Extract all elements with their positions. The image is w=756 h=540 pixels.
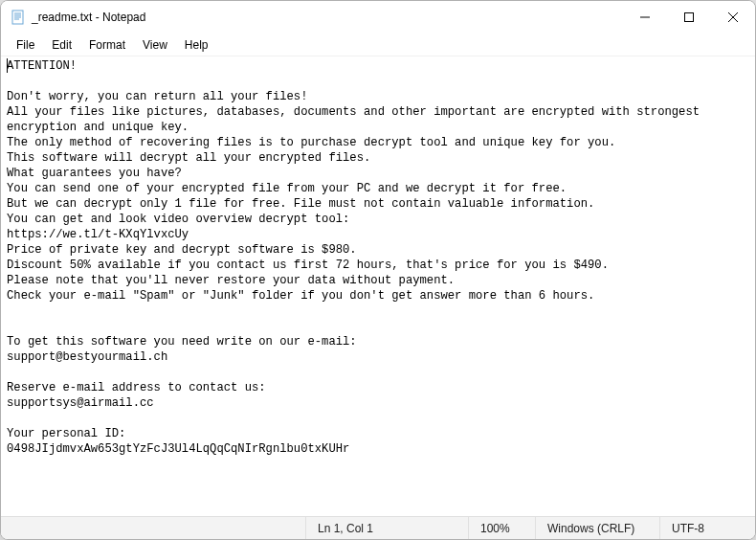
text-editor[interactable]: ATTENTION! Don't worry, you can return a… xyxy=(1,56,755,516)
menu-edit[interactable]: Edit xyxy=(44,36,79,54)
menu-view[interactable]: View xyxy=(135,36,175,54)
status-position: Ln 1, Col 1 xyxy=(305,517,468,539)
minimize-button[interactable] xyxy=(623,1,667,34)
statusbar: Ln 1, Col 1 100% Windows (CRLF) UTF-8 xyxy=(1,516,755,539)
notepad-window: _readme.txt - Notepad File Edit Format V… xyxy=(0,0,756,540)
status-spacer xyxy=(1,517,305,539)
menu-format[interactable]: Format xyxy=(81,36,133,54)
window-title: _readme.txt - Notepad xyxy=(32,11,145,24)
maximize-button[interactable] xyxy=(667,1,711,34)
menubar: File Edit Format View Help xyxy=(1,34,755,56)
svg-rect-6 xyxy=(685,13,694,22)
status-encoding: UTF-8 xyxy=(659,517,755,539)
menu-help[interactable]: Help xyxy=(177,36,216,54)
notepad-icon xyxy=(11,10,26,25)
status-line-ending: Windows (CRLF) xyxy=(535,517,659,539)
menu-file[interactable]: File xyxy=(9,36,42,54)
status-zoom: 100% xyxy=(468,517,535,539)
titlebar[interactable]: _readme.txt - Notepad xyxy=(1,1,755,34)
window-controls xyxy=(623,1,755,34)
editor-area: ATTENTION! Don't worry, you can return a… xyxy=(1,56,755,516)
close-button[interactable] xyxy=(711,1,755,34)
text-caret xyxy=(7,58,8,73)
